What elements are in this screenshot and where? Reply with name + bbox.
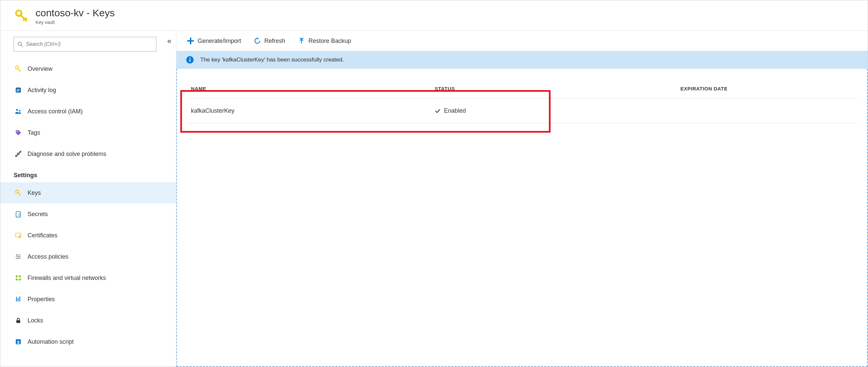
- page-subtitle: Key vault: [35, 20, 115, 25]
- svg-rect-27: [16, 297, 17, 301]
- sidebar-item-label: Access policies: [28, 253, 68, 260]
- key-icon: [13, 64, 23, 74]
- notification-message: The key 'kafkaClusterKey' has been succe…: [200, 57, 344, 63]
- locks-icon: [13, 316, 23, 325]
- sidebar-item-keys[interactable]: Keys: [0, 182, 176, 203]
- restore-backup-button[interactable]: Restore Backup: [297, 36, 351, 45]
- svg-point-11: [17, 153, 19, 155]
- sidebar-item-locks[interactable]: Locks: [0, 310, 176, 331]
- header-expiration[interactable]: EXPIRATION DATE: [678, 86, 857, 91]
- page-title: contoso-kv - Keys: [35, 7, 115, 19]
- sidebar-item-label: Locks: [28, 317, 43, 324]
- sidebar-item-access-policies[interactable]: Access policies: [0, 246, 176, 267]
- sidebar-item-label: Diagnose and solve problems: [28, 150, 106, 158]
- sidebar-item-label: Tags: [28, 129, 40, 136]
- sidebar-item-label: Automation script: [28, 338, 74, 345]
- cell-status: Enabled: [433, 107, 678, 114]
- properties-icon: [13, 294, 23, 304]
- svg-rect-28: [18, 298, 19, 302]
- diagnose-icon: [13, 149, 23, 159]
- keys-table: NAME STATUS EXPIRATION DATE kafkaCluster…: [177, 69, 867, 123]
- button-label: Generate/Import: [197, 37, 241, 45]
- sidebar-item-label: Certificates: [28, 232, 57, 239]
- button-label: Refresh: [264, 37, 285, 45]
- svg-rect-36: [190, 59, 191, 62]
- activity-log-icon: [13, 85, 23, 95]
- success-notification: The key 'kafkaClusterKey' has been succe…: [176, 51, 868, 69]
- secrets-icon: [13, 209, 23, 219]
- svg-rect-5: [17, 89, 20, 90]
- toolbar: Generate/Import Refresh Restore Backup: [176, 31, 868, 51]
- sidebar-section-settings: Settings: [0, 165, 176, 182]
- svg-line-2: [21, 45, 23, 47]
- svg-point-8: [16, 109, 18, 111]
- sidebar-item-label: Activity log: [28, 87, 56, 94]
- table-header-row: NAME STATUS EXPIRATION DATE: [187, 79, 857, 99]
- plus-icon: [186, 36, 195, 45]
- firewalls-icon: [13, 273, 23, 283]
- generate-import-button[interactable]: Generate/Import: [186, 36, 241, 45]
- sidebar-item-label: Properties: [28, 296, 55, 303]
- sidebar-item-firewalls[interactable]: Firewalls and virtual networks: [0, 267, 176, 288]
- svg-point-21: [19, 256, 20, 257]
- sidebar-item-label: Firewalls and virtual networks: [28, 275, 106, 282]
- svg-point-35: [189, 57, 191, 59]
- header-status[interactable]: STATUS: [433, 86, 678, 91]
- restore-icon: [297, 36, 306, 45]
- keys-icon: [13, 188, 23, 197]
- content-area: Generate/Import Refresh Restore Backup T…: [176, 31, 868, 367]
- iam-icon: [13, 107, 23, 116]
- table-row[interactable]: kafkaClusterKey Enabled: [187, 99, 857, 123]
- svg-rect-14: [18, 214, 20, 216]
- tags-icon: [13, 128, 23, 137]
- certificates-icon: [13, 231, 23, 240]
- button-label: Restore Backup: [308, 37, 351, 45]
- svg-point-10: [17, 131, 18, 132]
- sidebar-item-diagnose[interactable]: Diagnose and solve problems: [0, 143, 176, 165]
- svg-rect-7: [17, 91, 19, 92]
- sidebar: « Overview Activity log Access control (…: [0, 31, 176, 367]
- sidebar-search[interactable]: [13, 37, 156, 52]
- sidebar-item-secrets[interactable]: Secrets: [0, 203, 176, 225]
- automation-icon: [13, 337, 23, 346]
- status-text: Enabled: [444, 107, 466, 114]
- header-name[interactable]: NAME: [187, 86, 433, 91]
- content-inner: NAME STATUS EXPIRATION DATE kafkaCluster…: [176, 69, 868, 367]
- refresh-icon: [253, 36, 262, 45]
- sidebar-item-overview[interactable]: Overview: [0, 58, 176, 80]
- sidebar-item-label: Secrets: [28, 211, 48, 218]
- sidebar-item-label: Keys: [28, 190, 41, 196]
- svg-rect-29: [19, 297, 20, 302]
- svg-point-1: [18, 42, 22, 46]
- search-input[interactable]: [26, 41, 153, 47]
- page-header: contoso-kv - Keys Key vault: [0, 0, 868, 31]
- sidebar-item-certificates[interactable]: Certificates: [0, 225, 176, 246]
- sidebar-item-label: Overview: [28, 65, 53, 73]
- access-policies-icon: [13, 252, 23, 261]
- key-vault-icon: [13, 8, 30, 24]
- refresh-button[interactable]: Refresh: [253, 36, 285, 45]
- svg-rect-6: [17, 90, 20, 91]
- svg-point-20: [16, 254, 17, 255]
- svg-point-22: [17, 258, 18, 259]
- sidebar-item-tags[interactable]: Tags: [0, 122, 176, 143]
- sidebar-item-automation[interactable]: Automation script: [0, 331, 176, 352]
- check-icon: [435, 108, 441, 114]
- sidebar-item-properties[interactable]: Properties: [0, 288, 176, 310]
- svg-point-9: [19, 110, 21, 112]
- svg-rect-30: [16, 320, 20, 323]
- cell-name: kafkaClusterKey: [187, 107, 433, 114]
- sidebar-item-label: Access control (IAM): [28, 108, 83, 115]
- search-icon: [17, 41, 23, 47]
- info-icon: [186, 56, 194, 64]
- collapse-sidebar-icon[interactable]: «: [167, 37, 171, 46]
- sidebar-item-iam[interactable]: Access control (IAM): [0, 101, 176, 122]
- sidebar-item-activity-log[interactable]: Activity log: [0, 80, 176, 101]
